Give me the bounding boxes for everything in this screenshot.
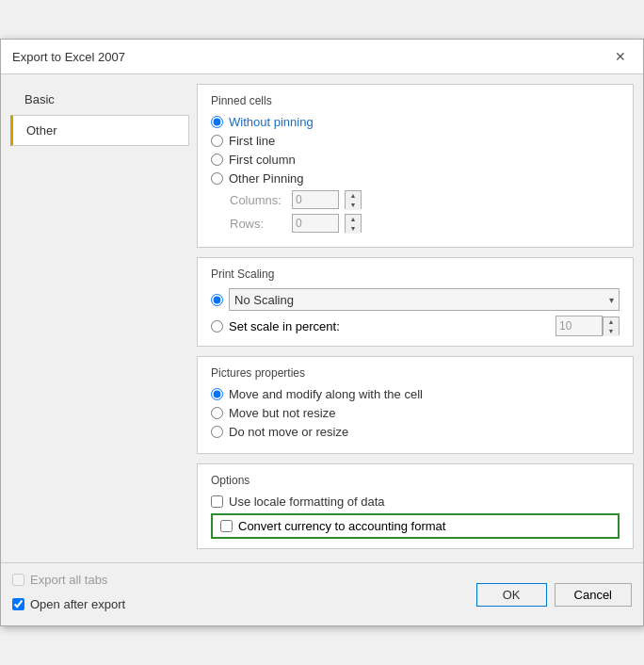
cancel-button[interactable]: Cancel xyxy=(555,583,632,607)
no-scaling-dropdown[interactable]: No Scaling xyxy=(229,288,620,311)
locale-formatting-checkbox[interactable] xyxy=(211,495,223,508)
radio-other-pinning-input[interactable] xyxy=(211,172,223,185)
dialog-title: Export to Excel 2007 xyxy=(12,50,125,64)
rows-up-button[interactable]: ▲ xyxy=(346,215,361,224)
scale-down-button[interactable]: ▼ xyxy=(604,327,619,336)
pinned-cells-label: Pinned cells xyxy=(211,94,620,107)
locale-formatting-label[interactable]: Use locale formatting of data xyxy=(229,495,384,509)
title-bar: Export to Excel 2007 ✕ xyxy=(1,40,643,74)
close-button[interactable]: ✕ xyxy=(609,47,632,66)
columns-up-button[interactable]: ▲ xyxy=(346,191,361,201)
dialog-footer: Export all tabs Open after export OK Can… xyxy=(1,562,643,625)
radio-do-not-move-label[interactable]: Do not move or resize xyxy=(229,425,348,439)
footer-left: Export all tabs Open after export xyxy=(12,573,125,616)
rows-label: Rows: xyxy=(230,217,286,231)
columns-spinner-btns: ▲ ▼ xyxy=(345,190,362,209)
radio-first-line: First line xyxy=(211,134,620,148)
footer-right: OK Cancel xyxy=(476,583,632,607)
radio-first-column-label[interactable]: First column xyxy=(229,153,296,167)
radio-move-not-resize-input[interactable] xyxy=(211,407,223,419)
radio-move-modify-label[interactable]: Move and modify along with the cell xyxy=(229,387,423,401)
scale-up-button[interactable]: ▲ xyxy=(604,317,619,327)
radio-move-not-resize-label[interactable]: Move but not resize xyxy=(229,406,335,420)
radio-do-not-move-input[interactable] xyxy=(211,426,223,438)
radio-move-modify-input[interactable] xyxy=(211,388,223,400)
columns-down-button[interactable]: ▼ xyxy=(346,201,361,210)
sidebar: Basic Other xyxy=(10,84,189,549)
no-scaling-dropdown-wrapper: No Scaling ▾ xyxy=(229,288,620,311)
columns-input[interactable] xyxy=(292,190,339,209)
radio-first-line-label[interactable]: First line xyxy=(229,134,275,148)
radio-no-scaling-input[interactable] xyxy=(211,294,223,306)
pinned-cells-section: Pinned cells Without pinning First line … xyxy=(197,84,634,248)
dialog-body: Basic Other Pinned cells Without pinning… xyxy=(1,74,643,559)
columns-spinner-row: Columns: ▲ ▼ xyxy=(230,190,620,209)
radio-no-scaling: No Scaling ▾ xyxy=(211,288,620,311)
open-after-export-label[interactable]: Open after export xyxy=(30,597,125,611)
convert-currency-highlighted: Convert currency to accounting format xyxy=(211,513,620,539)
ok-button[interactable]: OK xyxy=(476,583,547,607)
sidebar-item-basic[interactable]: Basic xyxy=(10,84,189,115)
sidebar-item-other[interactable]: Other xyxy=(10,115,189,146)
rows-input[interactable] xyxy=(292,214,339,233)
rows-down-button[interactable]: ▼ xyxy=(346,224,361,234)
options-label: Options xyxy=(211,474,620,487)
pictures-section: Pictures properties Move and modify alon… xyxy=(197,356,634,454)
print-scaling-label: Print Scaling xyxy=(211,268,620,281)
radio-set-scale-label[interactable]: Set scale in percent: xyxy=(229,319,340,333)
convert-currency-label[interactable]: Convert currency to accounting format xyxy=(238,519,445,533)
export-all-tabs-row: Export all tabs xyxy=(12,573,125,587)
radio-other-pinning-label[interactable]: Other Pinning xyxy=(229,171,304,186)
open-after-export-checkbox[interactable] xyxy=(12,598,24,610)
export-all-tabs-label: Export all tabs xyxy=(30,573,107,587)
open-after-export-row: Open after export xyxy=(12,597,125,611)
rows-spinner-row: Rows: ▲ ▼ xyxy=(230,214,620,233)
options-section: Options Use locale formatting of data Co… xyxy=(197,463,634,549)
radio-move-not-resize: Move but not resize xyxy=(211,406,620,420)
sidebar-item-other-label: Other xyxy=(26,123,57,138)
main-content: Pinned cells Without pinning First line … xyxy=(197,84,634,549)
convert-currency-checkbox[interactable] xyxy=(220,520,233,532)
radio-first-column-input[interactable] xyxy=(211,154,223,166)
scale-spinner: ▲ ▼ xyxy=(555,316,620,336)
radio-without-pinning: Without pinning xyxy=(211,115,620,129)
set-scale-row: Set scale in percent: ▲ ▼ xyxy=(211,316,620,336)
radio-without-pinning-input[interactable] xyxy=(211,116,223,128)
pictures-label: Pictures properties xyxy=(211,366,620,380)
radio-first-line-input[interactable] xyxy=(211,135,223,147)
radio-do-not-move: Do not move or resize xyxy=(211,425,620,439)
sidebar-item-basic-label: Basic xyxy=(24,92,55,106)
scale-input[interactable] xyxy=(555,316,603,336)
dialog: Export to Excel 2007 ✕ Basic Other Pinne… xyxy=(0,39,644,626)
rows-spinner-btns: ▲ ▼ xyxy=(345,214,362,233)
export-all-tabs-checkbox[interactable] xyxy=(12,574,24,586)
columns-label: Columns: xyxy=(230,193,286,207)
scale-spinner-btns: ▲ ▼ xyxy=(603,316,620,335)
radio-set-scale-input[interactable] xyxy=(211,320,223,332)
print-scaling-section: Print Scaling No Scaling ▾ Set scale in … xyxy=(197,257,634,347)
radio-other-pinning: Other Pinning xyxy=(211,171,620,186)
locale-formatting-row: Use locale formatting of data xyxy=(211,495,620,509)
radio-first-column: First column xyxy=(211,153,620,167)
radio-move-modify: Move and modify along with the cell xyxy=(211,387,620,401)
radio-without-pinning-label[interactable]: Without pinning xyxy=(229,115,314,129)
